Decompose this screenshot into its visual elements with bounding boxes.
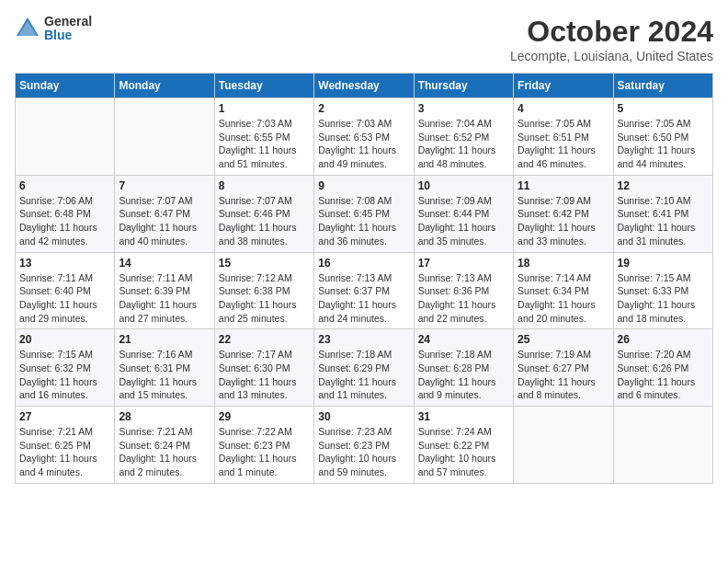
day-info: Sunrise: 7:15 AM Sunset: 6:32 PM Dayligh… (19, 348, 110, 402)
day-number: 2 (318, 102, 409, 115)
location-text: Lecompte, Louisiana, United States (510, 49, 713, 63)
day-info: Sunrise: 7:05 AM Sunset: 6:50 PM Dayligh… (618, 117, 709, 171)
calendar-cell: 18Sunrise: 7:14 AM Sunset: 6:34 PM Dayli… (514, 252, 613, 329)
day-number: 24 (418, 333, 509, 346)
day-info: Sunrise: 7:13 AM Sunset: 6:36 PM Dayligh… (418, 271, 509, 326)
day-info: Sunrise: 7:13 AM Sunset: 6:37 PM Dayligh… (318, 271, 409, 326)
day-number: 28 (119, 410, 210, 423)
weekday-header-row: SundayMondayTuesdayWednesdayThursdayFrid… (16, 74, 713, 98)
calendar-cell: 10Sunrise: 7:09 AM Sunset: 6:44 PM Dayli… (414, 175, 513, 252)
day-number: 30 (318, 410, 409, 423)
weekday-header-cell: Friday (514, 74, 613, 98)
day-info: Sunrise: 7:18 AM Sunset: 6:28 PM Dayligh… (418, 348, 509, 402)
calendar-cell: 19Sunrise: 7:15 AM Sunset: 6:33 PM Dayli… (613, 252, 712, 329)
calendar-cell: 29Sunrise: 7:22 AM Sunset: 6:23 PM Dayli… (214, 407, 313, 484)
day-info: Sunrise: 7:20 AM Sunset: 6:26 PM Dayligh… (618, 348, 709, 402)
logo-text: General Blue (44, 15, 92, 43)
day-number: 1 (219, 102, 310, 115)
day-number: 26 (618, 333, 709, 346)
calendar-cell: 3Sunrise: 7:04 AM Sunset: 6:52 PM Daylig… (414, 98, 513, 176)
calendar-cell: 13Sunrise: 7:11 AM Sunset: 6:40 PM Dayli… (16, 252, 115, 329)
day-info: Sunrise: 7:14 AM Sunset: 6:34 PM Dayligh… (518, 271, 609, 326)
calendar-table: SundayMondayTuesdayWednesdayThursdayFrid… (15, 73, 713, 484)
day-info: Sunrise: 7:21 AM Sunset: 6:25 PM Dayligh… (19, 425, 110, 479)
weekday-header-cell: Monday (115, 74, 214, 98)
day-number: 31 (418, 410, 509, 423)
calendar-cell: 27Sunrise: 7:21 AM Sunset: 6:25 PM Dayli… (16, 407, 115, 484)
day-info: Sunrise: 7:03 AM Sunset: 6:55 PM Dayligh… (219, 117, 310, 171)
day-number: 9 (318, 179, 409, 192)
day-info: Sunrise: 7:15 AM Sunset: 6:33 PM Dayligh… (618, 271, 709, 326)
day-info: Sunrise: 7:22 AM Sunset: 6:23 PM Dayligh… (219, 425, 310, 479)
day-number: 19 (618, 257, 709, 270)
day-number: 22 (219, 333, 310, 346)
day-info: Sunrise: 7:24 AM Sunset: 6:22 PM Dayligh… (418, 425, 509, 479)
day-info: Sunrise: 7:11 AM Sunset: 6:39 PM Dayligh… (119, 271, 210, 326)
day-info: Sunrise: 7:21 AM Sunset: 6:24 PM Dayligh… (119, 425, 210, 479)
calendar-cell: 6Sunrise: 7:06 AM Sunset: 6:48 PM Daylig… (16, 175, 115, 252)
calendar-cell: 15Sunrise: 7:12 AM Sunset: 6:38 PM Dayli… (214, 252, 313, 329)
calendar-cell: 5Sunrise: 7:05 AM Sunset: 6:50 PM Daylig… (613, 98, 712, 176)
day-number: 3 (418, 102, 509, 115)
weekday-header-cell: Sunday (16, 74, 115, 98)
day-number: 5 (618, 102, 709, 115)
calendar-cell (16, 98, 115, 176)
calendar-cell: 2Sunrise: 7:03 AM Sunset: 6:53 PM Daylig… (314, 98, 414, 176)
calendar-cell: 23Sunrise: 7:18 AM Sunset: 6:29 PM Dayli… (314, 329, 414, 407)
calendar-week-row: 13Sunrise: 7:11 AM Sunset: 6:40 PM Dayli… (16, 252, 713, 329)
calendar-cell: 4Sunrise: 7:05 AM Sunset: 6:51 PM Daylig… (514, 98, 613, 176)
calendar-cell: 16Sunrise: 7:13 AM Sunset: 6:37 PM Dayli… (314, 252, 414, 329)
day-info: Sunrise: 7:16 AM Sunset: 6:31 PM Dayligh… (119, 348, 210, 402)
weekday-header-cell: Wednesday (314, 74, 414, 98)
day-number: 17 (418, 257, 509, 270)
day-info: Sunrise: 7:08 AM Sunset: 6:45 PM Dayligh… (318, 194, 409, 248)
day-number: 8 (219, 179, 310, 192)
calendar-cell: 20Sunrise: 7:15 AM Sunset: 6:32 PM Dayli… (16, 329, 115, 407)
day-number: 14 (119, 257, 210, 270)
calendar-week-row: 27Sunrise: 7:21 AM Sunset: 6:25 PM Dayli… (16, 407, 713, 484)
weekday-header-cell: Tuesday (214, 74, 313, 98)
calendar-cell (613, 407, 712, 484)
calendar-cell: 26Sunrise: 7:20 AM Sunset: 6:26 PM Dayli… (613, 329, 712, 407)
calendar-cell: 21Sunrise: 7:16 AM Sunset: 6:31 PM Dayli… (115, 329, 214, 407)
calendar-cell: 28Sunrise: 7:21 AM Sunset: 6:24 PM Dayli… (115, 407, 214, 484)
day-number: 12 (618, 179, 709, 192)
calendar-cell: 22Sunrise: 7:17 AM Sunset: 6:30 PM Dayli… (214, 329, 313, 407)
day-number: 23 (318, 333, 409, 346)
calendar-cell: 31Sunrise: 7:24 AM Sunset: 6:22 PM Dayli… (414, 407, 513, 484)
title-block: October 2024 Lecompte, Louisiana, United… (510, 15, 713, 63)
calendar-week-row: 1Sunrise: 7:03 AM Sunset: 6:55 PM Daylig… (16, 98, 713, 176)
calendar-cell: 30Sunrise: 7:23 AM Sunset: 6:23 PM Dayli… (314, 407, 414, 484)
logo-general-text: General (44, 15, 92, 29)
day-number: 4 (518, 102, 609, 115)
calendar-cell: 14Sunrise: 7:11 AM Sunset: 6:39 PM Dayli… (115, 252, 214, 329)
calendar-cell: 1Sunrise: 7:03 AM Sunset: 6:55 PM Daylig… (214, 98, 313, 176)
day-info: Sunrise: 7:05 AM Sunset: 6:51 PM Dayligh… (518, 117, 609, 171)
calendar-cell: 8Sunrise: 7:07 AM Sunset: 6:46 PM Daylig… (214, 175, 313, 252)
day-number: 10 (418, 179, 509, 192)
day-info: Sunrise: 7:09 AM Sunset: 6:44 PM Dayligh… (418, 194, 509, 248)
day-number: 6 (19, 179, 110, 192)
calendar-cell: 25Sunrise: 7:19 AM Sunset: 6:27 PM Dayli… (514, 329, 613, 407)
day-info: Sunrise: 7:07 AM Sunset: 6:47 PM Dayligh… (119, 194, 210, 248)
day-number: 15 (219, 257, 310, 270)
day-info: Sunrise: 7:04 AM Sunset: 6:52 PM Dayligh… (418, 117, 509, 171)
day-number: 7 (119, 179, 210, 192)
calendar-week-row: 6Sunrise: 7:06 AM Sunset: 6:48 PM Daylig… (16, 175, 713, 252)
day-number: 25 (518, 333, 609, 346)
day-number: 18 (518, 257, 609, 270)
day-info: Sunrise: 7:12 AM Sunset: 6:38 PM Dayligh… (219, 271, 310, 326)
day-number: 13 (19, 257, 110, 270)
logo: General Blue (15, 15, 92, 43)
day-number: 16 (318, 257, 409, 270)
calendar-cell: 9Sunrise: 7:08 AM Sunset: 6:45 PM Daylig… (314, 175, 414, 252)
logo-blue-text: Blue (44, 29, 92, 42)
day-info: Sunrise: 7:03 AM Sunset: 6:53 PM Dayligh… (318, 117, 409, 171)
calendar-cell: 12Sunrise: 7:10 AM Sunset: 6:41 PM Dayli… (613, 175, 712, 252)
day-number: 21 (119, 333, 210, 346)
day-number: 29 (219, 410, 310, 423)
day-info: Sunrise: 7:07 AM Sunset: 6:46 PM Dayligh… (219, 194, 310, 248)
day-info: Sunrise: 7:17 AM Sunset: 6:30 PM Dayligh… (219, 348, 310, 402)
calendar-week-row: 20Sunrise: 7:15 AM Sunset: 6:32 PM Dayli… (16, 329, 713, 407)
day-info: Sunrise: 7:23 AM Sunset: 6:23 PM Dayligh… (318, 425, 409, 479)
